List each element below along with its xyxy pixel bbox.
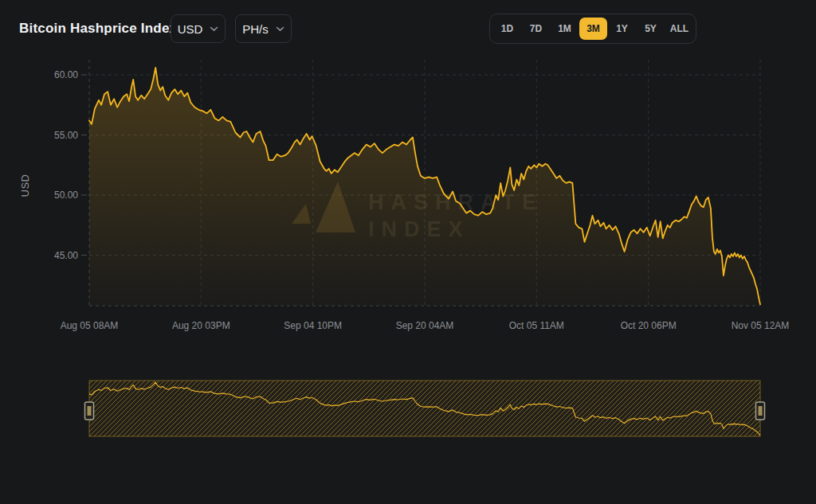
svg-text:Nov 05 12AM: Nov 05 12AM — [732, 320, 790, 331]
brush-handle-left[interactable] — [85, 402, 94, 420]
brush-handle-right[interactable] — [756, 402, 765, 420]
svg-text:Oct 20 06PM: Oct 20 06PM — [621, 320, 677, 331]
watermark-line1: HASHRATE — [368, 190, 543, 214]
svg-text:Aug 20 03PM: Aug 20 03PM — [172, 320, 230, 331]
watermark-line2: INDEX — [368, 217, 470, 241]
svg-text:55.00: 55.00 — [54, 130, 78, 141]
svg-text:Oct 05 11AM: Oct 05 11AM — [509, 320, 564, 331]
svg-text:45.00: 45.00 — [54, 250, 78, 261]
hashprice-chart[interactable]: 60.0055.0050.0045.00Aug 05 08AMAug 20 03… — [0, 0, 816, 504]
y-axis-labels: 60.0055.0050.0045.00 — [54, 69, 78, 261]
price-area — [89, 68, 760, 306]
hashprice-dashboard: Bitcoin Hashprice Index USD PH/s 1D 7D 1… — [0, 0, 816, 504]
svg-text:Sep 20 04AM: Sep 20 04AM — [396, 320, 454, 331]
svg-text:60.00: 60.00 — [54, 69, 78, 80]
svg-text:Sep 04 10PM: Sep 04 10PM — [284, 320, 342, 331]
svg-text:50.00: 50.00 — [54, 189, 78, 201]
svg-text:Aug 05 08AM: Aug 05 08AM — [61, 320, 119, 331]
x-axis-labels: Aug 05 08AMAug 20 03PMSep 04 10PMSep 20 … — [61, 320, 790, 331]
minimap — [85, 381, 765, 436]
